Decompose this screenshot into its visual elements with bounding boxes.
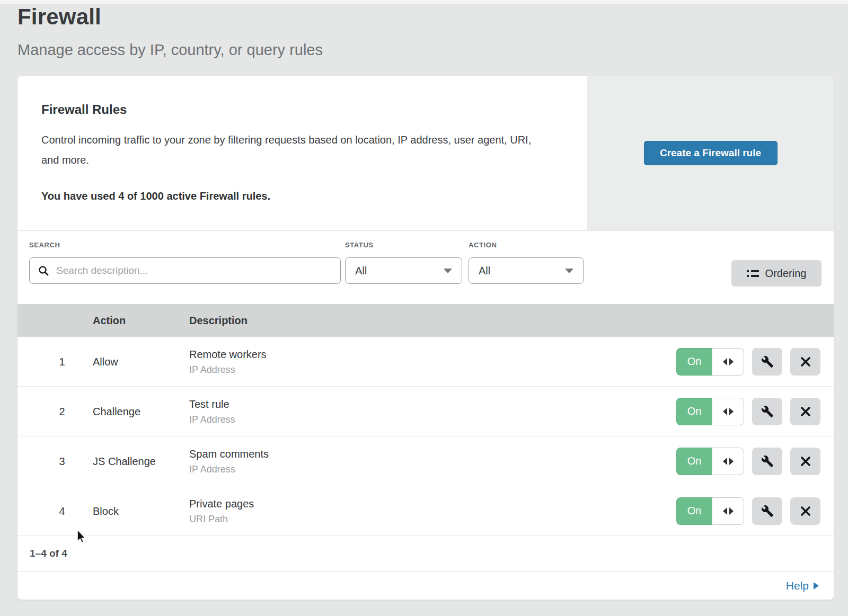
filters-bar: SEARCH STATUS All ACTION All (17, 231, 834, 304)
ordering-button-label: Ordering (765, 267, 807, 280)
column-header-action: Action (93, 304, 126, 337)
pagination-label: 1–4 of 4 (30, 536, 67, 571)
column-header-description: Description (189, 304, 248, 337)
wrench-icon (761, 405, 774, 418)
rule-description: Test rule (189, 398, 235, 410)
rule-match-type: URI Path (189, 513, 254, 524)
wrench-icon (761, 355, 774, 368)
search-filter: SEARCH (29, 241, 341, 284)
toggle-arrows-icon[interactable] (712, 497, 744, 525)
rule-controls: On (676, 448, 820, 475)
page-subtitle: Manage access by IP, country, or query r… (17, 41, 323, 59)
toggle-on-label[interactable]: On (676, 448, 712, 475)
toggle-arrows-icon[interactable] (712, 398, 744, 425)
rule-description-cell: Test rule IP Address (189, 398, 235, 425)
delete-rule-button[interactable] (790, 398, 820, 425)
rule-match-type: IP Address (189, 364, 267, 375)
help-bar: Help (17, 572, 834, 600)
search-input[interactable] (55, 264, 333, 277)
rule-description-cell: Remote workers IP Address (189, 348, 267, 375)
wrench-icon (761, 455, 774, 468)
firewall-rules-card: Firewall Rules Control incoming traffic … (17, 76, 834, 600)
rule-priority: 2 (46, 405, 78, 417)
toggle-on-label[interactable]: On (676, 348, 712, 376)
rule-action: Allow (93, 355, 118, 368)
create-firewall-rule-button[interactable]: Create a Firewall rule (644, 141, 778, 165)
rule-controls: On (676, 398, 820, 425)
status-select[interactable]: All (345, 257, 462, 284)
action-select[interactable]: All (469, 257, 584, 284)
rule-description-cell: Private pages URI Path (189, 497, 254, 524)
create-rule-panel: Create a Firewall rule (587, 76, 834, 230)
close-icon (800, 456, 811, 467)
rule-match-type: IP Address (189, 414, 235, 425)
intro-text-block: Firewall Rules Control incoming traffic … (17, 76, 587, 230)
rules-table-body: 1 Allow Remote workers IP Address On (17, 337, 834, 536)
firewall-rule-row: 4 Block Private pages URI Path On (17, 486, 834, 536)
rule-enabled-toggle[interactable]: On (676, 448, 744, 475)
rule-description: Spam comments (189, 448, 269, 460)
rule-description: Remote workers (189, 348, 267, 360)
chevron-down-icon (565, 269, 573, 273)
chevron-down-icon (444, 269, 452, 273)
page-title: Firewall (17, 4, 101, 30)
toggle-arrows-icon[interactable] (712, 348, 744, 376)
firewall-rule-row: 2 Challenge Test rule IP Address On (17, 387, 834, 436)
chevron-right-icon (814, 582, 819, 590)
status-select-value: All (355, 265, 367, 277)
rule-match-type: IP Address (189, 463, 269, 475)
rule-enabled-toggle[interactable]: On (676, 497, 744, 525)
ordered-list-icon (747, 270, 759, 277)
status-label: STATUS (345, 241, 462, 249)
rule-controls: On (676, 497, 820, 525)
search-label: SEARCH (29, 241, 341, 249)
edit-rule-button[interactable] (752, 348, 782, 376)
delete-rule-button[interactable] (790, 448, 820, 475)
firewall-rule-row: 3 JS Challenge Spam comments IP Address … (17, 436, 834, 486)
rule-priority: 3 (46, 455, 78, 467)
page-top-strip (0, 0, 848, 4)
rule-priority: 4 (46, 505, 78, 517)
search-input-wrapper[interactable] (29, 257, 341, 284)
delete-rule-button[interactable] (790, 348, 820, 376)
action-filter: ACTION All (469, 241, 584, 284)
action-label: ACTION (469, 241, 584, 249)
help-link[interactable]: Help (786, 579, 819, 592)
pagination-bar: 1–4 of 4 (17, 536, 834, 572)
close-icon (800, 406, 811, 417)
firewall-rule-row: 1 Allow Remote workers IP Address On (17, 337, 834, 387)
rule-description-cell: Spam comments IP Address (189, 448, 269, 475)
intro-section: Firewall Rules Control incoming traffic … (17, 76, 834, 231)
rule-controls: On (676, 348, 820, 376)
toggle-on-label[interactable]: On (676, 398, 712, 425)
search-icon (38, 265, 49, 276)
edit-rule-button[interactable] (752, 497, 782, 525)
rule-enabled-toggle[interactable]: On (676, 348, 744, 376)
rule-action: Challenge (93, 405, 140, 417)
ordering-button[interactable]: Ordering (731, 260, 822, 287)
delete-rule-button[interactable] (790, 497, 820, 525)
section-description: Control incoming traffic to your zone by… (41, 130, 550, 170)
usage-note: You have used 4 of 1000 active Firewall … (41, 186, 550, 206)
edit-rule-button[interactable] (752, 398, 782, 425)
close-icon (800, 506, 811, 516)
status-filter: STATUS All (345, 241, 462, 284)
rule-action: JS Challenge (93, 455, 156, 467)
rule-enabled-toggle[interactable]: On (676, 398, 744, 425)
table-header: Action Description (17, 304, 834, 337)
toggle-arrows-icon[interactable] (712, 448, 744, 475)
section-heading: Firewall Rules (41, 102, 566, 117)
help-link-label: Help (786, 579, 809, 592)
rule-description: Private pages (189, 497, 254, 510)
close-icon (800, 356, 811, 367)
edit-rule-button[interactable] (752, 448, 782, 475)
toggle-on-label[interactable]: On (676, 497, 712, 525)
rule-action: Block (93, 505, 119, 517)
rule-priority: 1 (46, 355, 78, 368)
wrench-icon (761, 505, 774, 517)
action-select-value: All (479, 265, 490, 277)
